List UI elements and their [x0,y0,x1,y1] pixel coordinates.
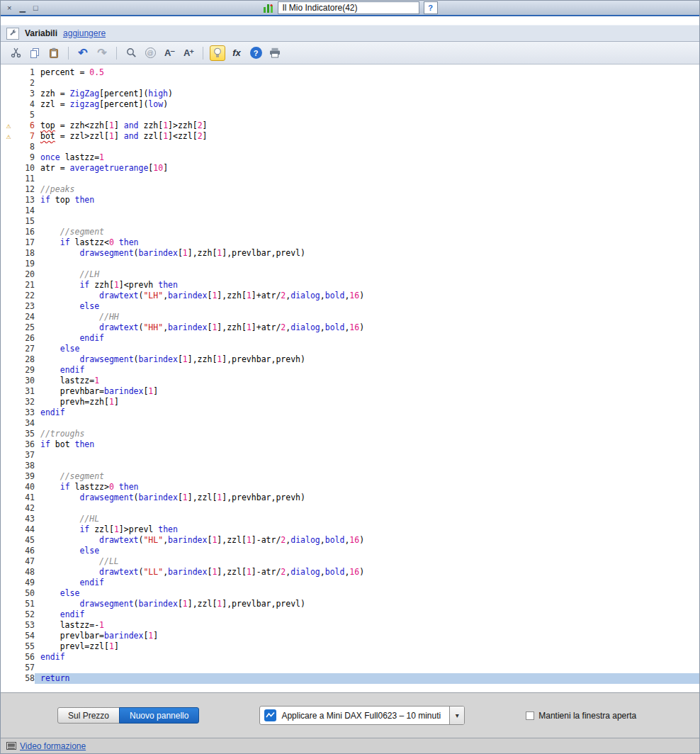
code-line[interactable]: 45 drawtext("HL",barindex[1],zzl[1]-atr/… [1,535,699,546]
code-line[interactable]: 31 prevhbar=barindex[1] [1,386,699,397]
code-line[interactable]: 1percent = 0.5 [1,67,699,78]
indicator-name-field[interactable]: Il Mio Indicatore(42) [278,1,419,14]
copy-icon[interactable] [27,45,43,61]
line-number: 47 [16,556,35,567]
code-line[interactable]: 34 [1,418,699,429]
code-line[interactable]: 51 drawsegment(barindex[1],zzl[1],prevlb… [1,599,699,609]
insert-function-icon[interactable]: fx [229,45,244,61]
line-number: 55 [16,641,35,652]
bottom-bar: Sul Prezzo Nuovo pannello Applicare a Mi… [1,692,699,738]
undo-icon[interactable]: ↶ [75,45,91,61]
code-line[interactable]: 12//peaks [1,184,699,195]
gutter-spacer [1,67,16,78]
code-line[interactable]: 23 else [1,301,699,312]
code-line[interactable]: 54 prevlbar=barindex[1] [1,631,699,641]
code-line[interactable]: 19 [1,259,699,269]
code-editor[interactable]: 1percent = 0.523zzh = ZigZag[percent](hi… [1,64,699,692]
maximize-button[interactable]: □ [33,1,38,14]
close-button[interactable]: × [7,1,11,14]
paste-icon[interactable] [46,45,62,61]
code-line[interactable]: 43 //HL [1,514,699,524]
code-line[interactable]: 42 [1,503,699,514]
code-line[interactable]: 11 [1,174,699,184]
print-icon[interactable] [267,45,283,61]
line-number: 5 [16,110,35,120]
code-line[interactable]: 17 if lastzz<0 then [1,237,699,248]
code-line[interactable]: 36if bot then [1,439,699,450]
code-line[interactable]: 20 //LH [1,269,699,280]
font-decrease-icon[interactable]: A⁻ [162,45,177,61]
code-line[interactable]: 48 drawtext("LL",barindex[1],zzl[1]-atr/… [1,567,699,578]
code-line[interactable]: 37 [1,450,699,461]
code-line[interactable]: 30 lastzz=1 [1,376,699,386]
gutter-spacer [1,386,16,397]
code-line[interactable]: 44 if zzl[1]>prevl then [1,524,699,535]
font-increase-icon[interactable]: A⁺ [181,45,196,61]
minimize-button[interactable]: ▁ [19,1,25,14]
search-icon[interactable] [123,45,139,61]
code-line[interactable]: 56endif [1,652,699,663]
gutter-spacer [1,535,16,546]
gutter-spacer [1,524,16,535]
code-line[interactable]: 28 drawsegment(barindex[1],zzh[1],prevhb… [1,354,699,365]
code-line[interactable]: 35//troughs [1,429,699,439]
video-training-link[interactable]: Video formazione [20,741,86,751]
redo-icon[interactable]: ↷ [94,45,110,61]
lightbulb-icon[interactable] [210,45,225,61]
code-line[interactable]: 46 else [1,546,699,556]
code-line[interactable]: 24 //HH [1,312,699,322]
code-line[interactable]: 41 drawsegment(barindex[1],zzl[1],prevhb… [1,493,699,503]
new-panel-button[interactable]: Nuovo pannello [119,707,199,724]
code-line[interactable]: 16 //segment [1,227,699,237]
code-line[interactable]: 49 endif [1,578,699,588]
code-line[interactable]: 3zzh = ZigZag[percent](high) [1,89,699,99]
code-line[interactable]: 32 prevh=zzh[1] [1,397,699,407]
code-text: drawsegment(barindex[1],zzl[1],prevhbar,… [35,493,699,503]
line-number: 29 [16,365,35,376]
code-line[interactable]: 10atr = averagetruerange[10] [1,163,699,174]
code-line[interactable]: 33endif [1,407,699,418]
code-line[interactable]: 4zzl = zigzag[percent](low) [1,99,699,110]
code-line[interactable]: 38 [1,461,699,471]
code-line[interactable]: 39 //segment [1,471,699,482]
code-line[interactable]: 47 //LL [1,556,699,567]
code-line[interactable]: 2 [1,78,699,89]
chevron-down-icon[interactable]: ▾ [449,707,464,724]
code-line[interactable]: 40 if lastzz>0 then [1,482,699,493]
code-line[interactable]: 55 prevl=zzl[1] [1,641,699,652]
code-line[interactable]: 52 endif [1,609,699,620]
code-line[interactable]: 9once lastzz=1 [1,152,699,163]
code-line[interactable]: ⚠6top = zzh<zzh[1] and zzh[1]>zzh[2] [1,120,699,131]
code-line[interactable]: 8 [1,142,699,152]
code-line[interactable]: 50 else [1,588,699,599]
find-replace-icon[interactable]: @ [142,45,158,61]
line-number: 38 [16,461,35,471]
code-line[interactable]: 14 [1,206,699,216]
wrench-icon[interactable] [6,28,19,40]
code-line[interactable]: 27 else [1,344,699,354]
code-line[interactable]: 57 [1,663,699,673]
apply-dropdown[interactable]: Applicare a Mini DAX Full0623 – 10 minut… [259,706,465,725]
code-line[interactable]: ⚠7bot = zzl>zzl[1] and zzl[1]<zzl[2] [1,131,699,142]
help-icon[interactable]: ? [248,45,264,61]
on-price-button[interactable]: Sul Prezzo [57,707,120,724]
title-help-icon[interactable]: ? [424,1,438,14]
code-line[interactable]: 22 drawtext("LH",barindex[1],zzh[1]+atr/… [1,291,699,301]
code-line[interactable]: 25 drawtext("HH",barindex[1],zzh[1]+atr/… [1,322,699,333]
gutter-spacer [1,227,16,237]
code-line[interactable]: 18 drawsegment(barindex[1],zzh[1],prevlb… [1,248,699,259]
code-line[interactable]: 15 [1,216,699,227]
code-line[interactable]: 58return [1,673,699,684]
code-line[interactable]: 21 if zzh[1]<prevh then [1,280,699,291]
code-line[interactable]: 26 endif [1,333,699,344]
keep-open-checkbox[interactable] [526,711,534,720]
code-line[interactable]: 53 lastzz=-1 [1,620,699,631]
add-variable-link[interactable]: aggiungere [63,28,106,38]
gutter-spacer [1,546,16,556]
code-line[interactable]: 5 [1,110,699,120]
code-text: prevl=zzl[1] [35,641,699,652]
code-line[interactable]: 29 endif [1,365,699,376]
code-line[interactable]: 13if top then [1,195,699,206]
keep-open-option[interactable]: Mantieni la finestra aperta [526,711,636,721]
cut-icon[interactable] [8,45,23,61]
